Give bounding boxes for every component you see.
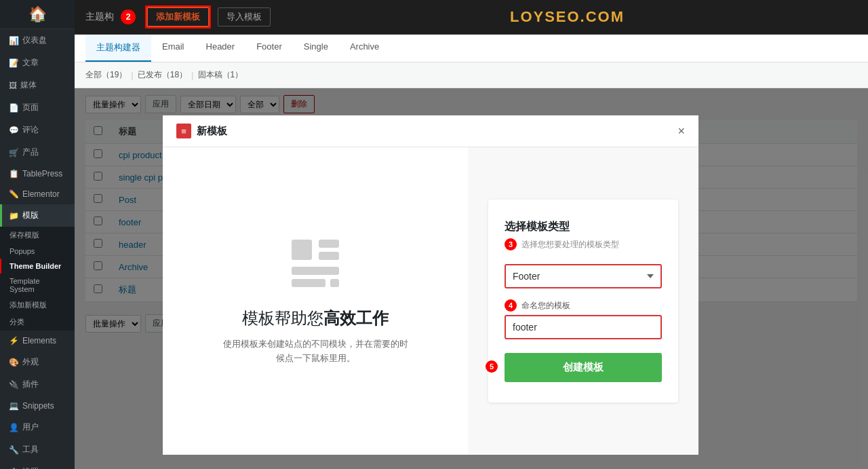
sidebar-label-users: 用户 [22, 421, 39, 433]
sidebar-group-posts: 📝 文章 [0, 52, 75, 74]
sidebar-item-saved-templates[interactable]: 保存模版 [0, 227, 75, 244]
choose-sub-label: 3 选择您想要处理的模板类型 [505, 238, 662, 250]
tab-header[interactable]: Header [195, 35, 246, 62]
sidebar-item-settings[interactable]: ⚙️ 设置 [0, 461, 75, 469]
modal-title-text: 新模板 [197, 125, 227, 138]
import-template-button[interactable]: 导入模板 [218, 7, 271, 26]
sidebar-label-snippets: Snippets [22, 401, 54, 411]
site-logo-area: LOYSEO.COM [277, 8, 857, 26]
tab-single[interactable]: Single [293, 35, 339, 62]
svg-rect-3 [292, 267, 339, 275]
add-button-wrapper: 添加新模板 [145, 5, 211, 29]
sidebar-item-templates[interactable]: 📁 模版 [0, 204, 75, 227]
sidebar-item-theme-builder[interactable]: Theme Builder [0, 259, 75, 274]
sidebar-item-plugins[interactable]: 🔌 插件 [0, 373, 75, 396]
step-5-badge: 5 [486, 360, 498, 373]
sidebar-group-templates: 📁 模版 保存模版 Popups Theme Builder Template … [0, 204, 75, 331]
sidebar-item-add-template[interactable]: 添加新模版 [0, 297, 75, 314]
media-icon: 🖼 [9, 81, 17, 90]
sidebar-item-popups[interactable]: Popups [0, 244, 75, 259]
elementor-icon: ✏️ [9, 189, 19, 199]
sidebar-label-elementor: Elementor [22, 189, 60, 199]
tab-archive[interactable]: Archive [339, 35, 390, 62]
step-3-badge: 3 [505, 238, 517, 250]
sidebar-logo: 🏠 [0, 0, 75, 29]
sidebar-item-categories[interactable]: 分类 [0, 314, 75, 331]
content-area: 批量操作 应用 全部日期 全部 删除 标题 cpi produ [75, 88, 868, 469]
filter-bar: 全部（19） | 已发布（18） | 固本稿（1） [75, 62, 868, 88]
sidebar-label-appearance: 外观 [22, 356, 39, 368]
products-icon: 🛒 [9, 148, 19, 157]
form-group-type: Page Section Header Footer Single Archiv… [505, 264, 662, 288]
template-type-select[interactable]: Page Section Header Footer Single Archiv… [505, 264, 662, 288]
modal-close-button[interactable]: × [677, 124, 685, 138]
filter-published[interactable]: 已发布（18） [138, 69, 187, 81]
sidebar-item-dashboard[interactable]: 📊 仪表盘 [0, 29, 75, 52]
elements-icon: ⚡ [9, 336, 19, 345]
template-name-input[interactable] [505, 315, 662, 339]
svg-rect-5 [330, 279, 339, 287]
sidebar-item-elementor[interactable]: ✏️ Elementor [0, 184, 75, 204]
pages-icon: 📄 [9, 103, 19, 113]
sidebar-templates-submenu: 保存模版 Popups Theme Builder Template Syste… [0, 227, 75, 331]
sidebar-label-tools: 工具 [22, 444, 39, 455]
modal-elementor-icon: ≡ [176, 124, 191, 138]
sidebar-item-tablepress[interactable]: 📋 TablePress [0, 164, 75, 184]
create-template-button[interactable]: 创建模板 [505, 353, 662, 382]
sidebar-item-elements[interactable]: ⚡ Elements [0, 331, 75, 351]
sidebar-label-pages: 页面 [22, 102, 39, 113]
modal-right-panel: 选择模板类型 3 选择您想要处理的模板类型 Page Section [468, 147, 698, 455]
modal-body: 模板帮助您高效工作 使用模板来创建站点的不同模块，并在需要的时候点一下鼠标里用。… [163, 147, 698, 455]
filter-draft[interactable]: 固本稿（1） [198, 69, 243, 81]
sidebar-group-dashboard: 📊 仪表盘 [0, 29, 75, 52]
modal-header: ≡ 新模板 × [163, 115, 698, 147]
svg-rect-4 [292, 279, 326, 287]
svg-rect-0 [292, 240, 312, 260]
svg-rect-2 [319, 252, 339, 260]
page-title: 主题构 [85, 11, 114, 23]
sidebar: 🏠 📊 仪表盘 📝 文章 🖼 媒体 📄 页面 💬 评论 🛒 [0, 0, 75, 469]
tools-icon: 🔧 [9, 445, 19, 455]
sidebar-label-comments: 评论 [22, 124, 39, 136]
filter-all[interactable]: 全部（19） [85, 69, 127, 81]
svg-rect-1 [319, 240, 339, 248]
sidebar-label-settings: 设置 [22, 466, 39, 469]
tab-theme-builder[interactable]: 主题构建器 [85, 35, 151, 62]
appearance-icon: 🎨 [9, 358, 19, 367]
sidebar-label-plugins: 插件 [22, 379, 39, 390]
plugins-icon: 🔌 [9, 380, 19, 390]
tab-email[interactable]: Email [151, 35, 195, 62]
modal-overlay: ≡ 新模板 × [75, 88, 868, 469]
new-template-modal: ≡ 新模板 × [163, 115, 698, 455]
sidebar-item-template-system[interactable]: Template System [0, 274, 75, 297]
sidebar-item-media[interactable]: 🖼 媒体 [0, 74, 75, 96]
form-group-name: 4 命名您的模板 [505, 299, 662, 339]
sidebar-label-products: 产品 [22, 147, 39, 158]
create-button-wrapper: 5 创建模板 [505, 350, 662, 382]
sidebar-item-appearance[interactable]: 🎨 外观 [0, 351, 75, 373]
template-name-label: 4 命名您的模板 [505, 299, 662, 312]
modal-main-text: 模板帮助您高效工作 [242, 307, 389, 329]
tab-footer[interactable]: Footer [245, 35, 293, 62]
choose-title: 选择模板类型 [505, 220, 662, 234]
modal-left-panel: 模板帮助您高效工作 使用模板来创建站点的不同模块，并在需要的时候点一下鼠标里用。 [163, 147, 468, 455]
tablepress-icon: 📋 [9, 169, 19, 179]
add-new-template-button[interactable]: 添加新模板 [146, 7, 210, 27]
sidebar-label-elements: Elements [22, 336, 56, 345]
sidebar-label-dashboard: 仪表盘 [22, 35, 47, 46]
sidebar-item-comments[interactable]: 💬 评论 [0, 119, 75, 141]
sidebar-item-snippets[interactable]: 💻 Snippets [0, 396, 75, 416]
dashboard-icon: 📊 [9, 36, 19, 45]
sub-tabs-bar: 主题构建器 Email Header Footer Single Archive [75, 35, 868, 62]
modal-sub-text: 使用模板来创建站点的不同模块，并在需要的时候点一下鼠标里用。 [220, 337, 410, 366]
sidebar-label-media: 媒体 [20, 79, 37, 91]
sidebar-item-products[interactable]: 🛒 产品 [0, 141, 75, 164]
sidebar-item-posts[interactable]: 📝 文章 [0, 52, 75, 74]
sidebar-item-tools[interactable]: 🔧 工具 [0, 438, 75, 461]
snippets-icon: 💻 [9, 401, 19, 411]
choose-template-type-box: 选择模板类型 3 选择您想要处理的模板类型 Page Section [488, 200, 678, 402]
modal-illustration [288, 236, 342, 297]
sidebar-label-posts: 文章 [22, 57, 39, 69]
sidebar-item-users[interactable]: 👤 用户 [0, 416, 75, 438]
sidebar-item-pages[interactable]: 📄 页面 [0, 96, 75, 119]
